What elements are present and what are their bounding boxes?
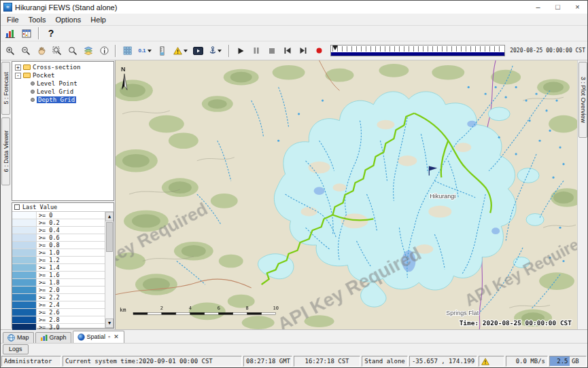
left-tab-strip: 5 : Forecast 6 : Data Viewer — [1, 60, 11, 329]
tab-plot-overview[interactable]: 3 : Plot Overview — [578, 62, 587, 138]
gauge-scale-button[interactable] — [155, 43, 170, 58]
spatial-globe-icon — [77, 333, 85, 341]
scroll-up-icon[interactable]: ▲ — [105, 212, 114, 221]
collapse-icon[interactable]: - — [15, 73, 21, 79]
zoom-out-button[interactable] — [18, 43, 33, 58]
record-button[interactable] — [311, 43, 326, 58]
info-button[interactable] — [97, 43, 111, 58]
help-button[interactable]: ? — [44, 26, 58, 41]
menu-tools[interactable]: Tools — [24, 15, 51, 24]
panel-maximize-icon[interactable]: ▫ — [107, 334, 111, 340]
animation-display-button[interactable] — [190, 43, 205, 58]
minimize-button[interactable]: – — [528, 1, 548, 14]
tab-spatial[interactable]: Spatial ▫ ✕ — [73, 331, 124, 343]
svg-text:6: 6 — [218, 306, 220, 311]
tab-forecast[interactable]: 5 : Forecast — [1, 62, 10, 115]
time-slider-range-bar — [331, 52, 504, 56]
pause-icon — [253, 47, 260, 54]
zoom-in-icon — [5, 46, 15, 56]
legend-value: >= 0.4 — [37, 227, 60, 234]
logs-button[interactable]: Logs — [3, 344, 29, 354]
legend-value: >= 0.6 — [37, 234, 60, 241]
marker-tool-dropdown[interactable] — [206, 43, 225, 58]
legend-row: >= 2.4 — [12, 301, 105, 309]
legend-swatch — [12, 316, 37, 323]
map-toolbar: 0.1 — [1, 41, 587, 60]
time-slider[interactable] — [330, 45, 505, 56]
interval-value: 0.1 — [138, 48, 145, 54]
panel-close-icon[interactable]: ✕ — [113, 334, 120, 340]
memory-value: 2.5 GB — [550, 358, 586, 365]
pan-button[interactable] — [34, 43, 49, 58]
pause-button[interactable] — [249, 43, 264, 58]
status-time-cst: 16:27:18 CST — [294, 356, 360, 367]
zoom-previous-button[interactable] — [65, 43, 80, 58]
stop-button[interactable] — [264, 43, 279, 58]
grid-display-button[interactable] — [120, 43, 135, 58]
menu-help[interactable]: Help — [86, 15, 111, 24]
legend-row: >= 1.8 — [12, 279, 105, 287]
class-interval-dropdown[interactable]: 0.1 — [135, 43, 154, 58]
last-value-checkbox[interactable] — [14, 204, 20, 210]
legend-row: >= 0.6 — [12, 234, 105, 242]
folder-icon — [23, 65, 31, 70]
scroll-down-icon[interactable]: ▼ — [105, 318, 114, 328]
close-button[interactable]: × — [568, 1, 587, 14]
tab-graph[interactable]: Graph — [35, 332, 71, 343]
map-viewport[interactable]: API Key Required API Key Required API Ke… — [116, 60, 577, 329]
legend-swatch — [12, 234, 37, 241]
time-slider-handle[interactable] — [332, 45, 338, 50]
menu-file[interactable]: File — [2, 15, 24, 24]
zoom-in-button[interactable] — [3, 43, 18, 58]
tree-item-pocket[interactable]: - Pocket — [12, 71, 114, 79]
legend-value: >= 1.6 — [37, 272, 60, 278]
status-memory-gauge: 2.5 GB — [549, 356, 587, 367]
step-forward-button[interactable] — [296, 43, 311, 58]
legend-row: >= 1.6 — [12, 272, 105, 279]
chevron-down-icon — [148, 50, 152, 52]
maximize-button[interactable]: □ — [548, 1, 568, 14]
status-warnings[interactable] — [479, 356, 504, 367]
legend-header-label: Last Value — [22, 204, 57, 210]
tree-item-level-point[interactable]: Level Point — [12, 79, 114, 88]
graph-icon — [40, 334, 48, 342]
gauge-scale-icon — [159, 46, 166, 56]
legend-row: >= 2.8 — [12, 316, 105, 324]
skip-start-icon — [283, 47, 292, 54]
title-bar: ≈ Hikurangi FEWS (Stand alone) – □ × — [1, 1, 587, 14]
legend-value: >= 1.0 — [37, 249, 60, 256]
thresholds-dropdown[interactable] — [171, 43, 190, 58]
main-toolbar: ? — [1, 26, 587, 41]
tree-item-cross-section[interactable]: + Cross-section — [12, 63, 114, 71]
layers-button[interactable] — [81, 43, 96, 58]
legend-row: >= 0.2 — [12, 219, 105, 227]
legend-swatch — [12, 279, 37, 286]
tree-item-depth-grid[interactable]: Depth Grid — [12, 96, 114, 104]
zoom-out-icon — [21, 46, 31, 56]
legend-row: >= 0.8 — [12, 242, 105, 249]
scrollbar-thumb[interactable] — [106, 222, 113, 252]
svg-text:N: N — [121, 66, 125, 73]
legend-swatch — [12, 219, 37, 226]
right-tab-strip: 3 : Plot Overview — [577, 60, 587, 329]
tree-item-label: Level Point — [37, 80, 77, 87]
tab-map[interactable]: Map — [3, 332, 34, 343]
display-button-2[interactable] — [19, 26, 34, 41]
logs-row: Logs — [1, 343, 587, 355]
zoom-extent-button[interactable] — [50, 43, 65, 58]
expand-icon[interactable]: + — [15, 65, 21, 71]
tab-data-viewer[interactable]: 6 : Data Viewer — [1, 117, 10, 185]
tree-item-level-grid[interactable]: Level Grid — [12, 88, 114, 96]
display-button-1[interactable] — [3, 26, 18, 41]
legend-scrollbar[interactable]: ▲ ▼ — [105, 212, 114, 328]
step-back-button[interactable] — [280, 43, 295, 58]
legend-swatch — [12, 242, 37, 249]
chevron-down-icon — [218, 50, 222, 52]
chevron-down-icon — [184, 50, 188, 52]
legend-row: >= 2.0 — [12, 287, 105, 294]
legend-row: >= 0.4 — [12, 227, 105, 234]
play-button[interactable] — [233, 43, 248, 58]
legend-value: >= 0.2 — [37, 219, 60, 226]
status-bar: Administrator Current system time:2020-0… — [1, 355, 587, 367]
menu-options[interactable]: Options — [50, 15, 86, 24]
